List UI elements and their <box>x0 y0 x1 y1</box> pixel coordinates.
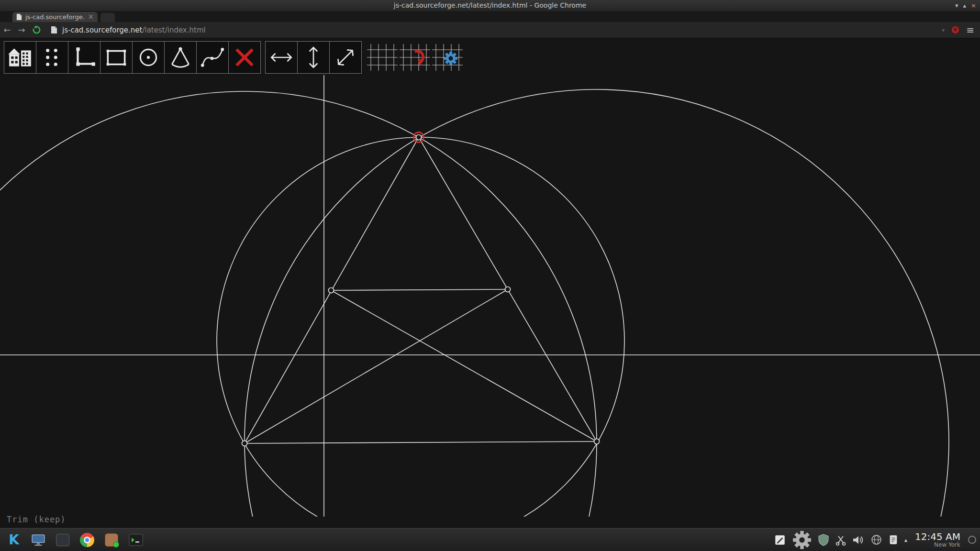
gear-icon[interactable] <box>792 530 812 550</box>
polyline-icon <box>71 44 97 70</box>
tab-close-icon[interactable]: × <box>88 13 94 21</box>
rectangle-icon <box>103 44 129 70</box>
taskbar: K <box>0 528 980 551</box>
toolbar-button-points[interactable] <box>36 41 68 74</box>
page-icon <box>51 26 57 34</box>
window-controls: ▾ ▴ × <box>955 0 976 11</box>
close-button[interactable]: × <box>971 2 976 9</box>
menu-icon[interactable]: ≡ <box>966 25 974 35</box>
arc-icon <box>167 44 193 70</box>
reload-arrow-icon <box>32 25 41 34</box>
tray-expander-icon[interactable]: ▴ <box>904 537 907 543</box>
toolbar-button-delete[interactable] <box>228 41 261 74</box>
arrow-horizontal-icon <box>268 44 294 70</box>
toolbar-button-polyline[interactable] <box>68 41 100 74</box>
minimize-button[interactable]: ▾ <box>955 2 958 9</box>
kde-menu-icon[interactable]: K <box>4 530 24 550</box>
toolbar-button-scale[interactable] <box>329 41 362 74</box>
toolbar-button-arc[interactable] <box>164 41 197 74</box>
desktop-icon[interactable] <box>28 530 48 550</box>
forward-icon[interactable]: → <box>14 25 29 35</box>
cad-page: Trim (keep) <box>0 38 980 528</box>
buildings-icon <box>7 44 33 70</box>
desktop-screen: js-cad.sourceforge.net/latest/index.html… <box>0 0 980 551</box>
page-favicon-icon <box>16 13 22 21</box>
address-bar-actions: ▾ ≡ <box>942 25 974 35</box>
toolbar-button-spline[interactable] <box>196 41 229 74</box>
window-title: js-cad.sourceforge.net/latest/index.html… <box>394 1 586 9</box>
url-domain: js-cad.sourceforge.net <box>62 26 142 34</box>
chrome-icon[interactable] <box>77 530 97 550</box>
url-text: js-cad.sourceforge.net/latest/index.html <box>62 26 206 34</box>
taskbar-launchers: K <box>4 530 146 550</box>
reload-icon[interactable] <box>29 25 44 34</box>
cad-canvas[interactable] <box>0 75 980 517</box>
notes-icon[interactable] <box>774 534 786 546</box>
toolbar-button-rotate[interactable] <box>399 41 431 74</box>
toolbar-button-grid[interactable] <box>366 41 399 74</box>
clock-timezone: New York <box>915 542 960 548</box>
transform-tools-group <box>265 41 361 74</box>
address-bar: ← → js-cad.sourceforge.net/latest/index.… <box>0 22 980 38</box>
url-path: /latest/index.html <box>142 26 205 34</box>
new-tab-button[interactable] <box>100 13 115 22</box>
file-manager-icon[interactable] <box>53 530 73 550</box>
scissors-icon[interactable] <box>835 534 846 546</box>
points-icon <box>39 44 65 70</box>
grid-icon <box>366 41 399 74</box>
spline-icon <box>200 44 225 70</box>
cad-toolbar <box>4 41 464 74</box>
volume-icon[interactable] <box>852 534 865 546</box>
terminal-glyph-icon <box>129 534 143 546</box>
chevron-down-icon[interactable]: ▾ <box>942 27 945 33</box>
back-icon[interactable]: ← <box>0 25 14 35</box>
grid-rotate-icon <box>399 41 431 74</box>
arrow-vertical-icon <box>301 44 326 70</box>
toolbar-button-examples[interactable] <box>4 41 36 74</box>
toolbar-button-grid-settings[interactable] <box>431 41 464 74</box>
network-icon[interactable] <box>870 534 882 546</box>
show-desktop-icon[interactable] <box>968 536 976 544</box>
delete-icon <box>232 44 257 70</box>
toolbar-button-circle[interactable] <box>132 41 165 74</box>
clipboard-icon[interactable] <box>888 534 899 546</box>
arrow-diagonal-icon <box>333 44 358 70</box>
tab-bar: js-cad.sourceforge.net/lat × <box>0 11 980 22</box>
draw-tools-group <box>4 41 260 74</box>
status-text: Trim (keep) <box>7 515 66 524</box>
grid-gear-icon <box>431 41 464 74</box>
utility-icon[interactable] <box>101 530 122 550</box>
toolbar-button-move-horizontal[interactable] <box>265 41 298 74</box>
clock[interactable]: 12:45 AM New York <box>915 531 960 548</box>
toolbar-button-move-vertical[interactable] <box>297 41 330 74</box>
clock-time: 12:45 AM <box>915 531 960 542</box>
maximize-button[interactable]: ▴ <box>963 2 967 9</box>
extension-blocker-icon[interactable] <box>951 26 959 34</box>
window-titlebar: js-cad.sourceforge.net/latest/index.html… <box>0 0 980 11</box>
shield-icon[interactable] <box>818 534 829 546</box>
browser-tab[interactable]: js-cad.sourceforge.net/lat × <box>12 12 98 22</box>
grid-tools-group <box>366 41 464 74</box>
system-tray: ▴ 12:45 AM New York <box>774 530 976 550</box>
tab-label: js-cad.sourceforge.net/lat <box>25 13 84 21</box>
url-field[interactable]: js-cad.sourceforge.net/latest/index.html <box>51 26 942 34</box>
terminal-icon[interactable] <box>126 530 146 550</box>
circle-icon <box>135 44 161 70</box>
toolbar-button-rectangle[interactable] <box>100 41 133 74</box>
monitor-icon <box>31 533 45 547</box>
